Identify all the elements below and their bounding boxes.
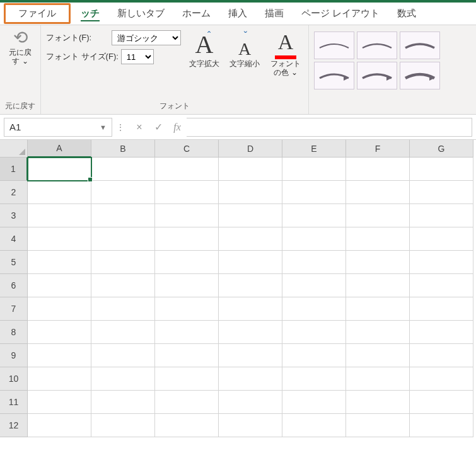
col-header-e[interactable]: E	[282, 140, 346, 158]
cell[interactable]	[91, 414, 155, 437]
cell[interactable]	[219, 274, 282, 297]
cell[interactable]	[282, 158, 346, 181]
cell[interactable]	[346, 391, 410, 414]
row-header[interactable]: 3	[0, 204, 28, 227]
cell[interactable]	[346, 297, 410, 321]
cell[interactable]	[28, 321, 91, 344]
cell[interactable]	[282, 321, 346, 344]
cell[interactable]	[219, 414, 282, 437]
cell[interactable]	[219, 297, 282, 321]
cell[interactable]	[410, 274, 473, 297]
cell[interactable]	[410, 344, 473, 367]
row-header[interactable]: 4	[0, 227, 28, 251]
cell[interactable]	[282, 204, 346, 227]
shrink-font-button[interactable]: A ˇ 文字縮小	[226, 30, 263, 68]
cell[interactable]	[91, 367, 155, 391]
cell[interactable]	[28, 181, 91, 204]
row-header[interactable]: 2	[0, 181, 28, 204]
cell[interactable]	[219, 158, 282, 181]
tab-formulas[interactable]: 数式	[388, 4, 425, 23]
row-header[interactable]: 8	[0, 321, 28, 344]
cell[interactable]	[155, 391, 219, 414]
col-header-f[interactable]: F	[346, 140, 410, 158]
row-header[interactable]: 9	[0, 344, 28, 367]
shape-option-1[interactable]	[314, 32, 354, 59]
cell[interactable]	[346, 321, 410, 344]
cell[interactable]	[282, 297, 346, 321]
row-header[interactable]: 5	[0, 251, 28, 274]
cell[interactable]	[219, 367, 282, 391]
cell[interactable]	[346, 414, 410, 437]
cell[interactable]	[28, 367, 91, 391]
cell[interactable]	[155, 297, 219, 321]
cell[interactable]	[346, 344, 410, 367]
cell[interactable]	[282, 391, 346, 414]
cell[interactable]	[282, 181, 346, 204]
cell[interactable]	[346, 204, 410, 227]
shape-option-4[interactable]	[314, 62, 354, 89]
cell[interactable]	[410, 414, 473, 437]
cell[interactable]	[155, 367, 219, 391]
cell[interactable]	[155, 274, 219, 297]
row-header[interactable]: 11	[0, 391, 28, 414]
font-name-select[interactable]: 游ゴシック	[112, 30, 181, 45]
cell[interactable]	[219, 204, 282, 227]
cell[interactable]	[91, 251, 155, 274]
tab-touch[interactable]: ッチ	[72, 4, 108, 23]
cell[interactable]	[155, 251, 219, 274]
cell[interactable]	[91, 204, 155, 227]
cell[interactable]	[28, 251, 91, 274]
cancel-formula-button[interactable]: ×	[130, 122, 149, 133]
select-all-corner[interactable]	[0, 140, 28, 158]
cell[interactable]	[282, 251, 346, 274]
col-header-b[interactable]: B	[91, 140, 155, 158]
cell[interactable]	[410, 227, 473, 251]
cell[interactable]	[28, 297, 91, 321]
shape-option-2[interactable]	[357, 32, 397, 59]
col-header-c[interactable]: C	[155, 140, 219, 158]
col-header-d[interactable]: D	[219, 140, 282, 158]
row-header[interactable]: 7	[0, 297, 28, 321]
cell[interactable]	[346, 274, 410, 297]
cell[interactable]	[219, 251, 282, 274]
cell[interactable]	[91, 321, 155, 344]
cell[interactable]	[282, 227, 346, 251]
name-box[interactable]: A1 ▼	[4, 118, 112, 137]
cell[interactable]	[155, 344, 219, 367]
cell[interactable]	[91, 344, 155, 367]
tab-new[interactable]: 新しいタブ	[108, 4, 173, 23]
row-header[interactable]: 12	[0, 414, 28, 437]
cell[interactable]	[155, 414, 219, 437]
undo-button[interactable]: ⟲ 元に戻 す ⌄	[9, 29, 32, 66]
cell[interactable]	[91, 274, 155, 297]
cell[interactable]	[91, 297, 155, 321]
cell[interactable]	[282, 344, 346, 367]
cell[interactable]	[346, 181, 410, 204]
cell[interactable]	[410, 297, 473, 321]
cell[interactable]	[28, 158, 91, 181]
tab-draw[interactable]: 描画	[256, 4, 293, 23]
row-header[interactable]: 6	[0, 274, 28, 297]
tab-file[interactable]: ファイル	[4, 3, 71, 24]
cell[interactable]	[346, 158, 410, 181]
row-header[interactable]: 10	[0, 367, 28, 391]
cell[interactable]	[282, 414, 346, 437]
cell[interactable]	[346, 227, 410, 251]
cell[interactable]	[91, 391, 155, 414]
font-color-button[interactable]: A フォント の色 ⌄	[268, 29, 303, 77]
cell[interactable]	[282, 274, 346, 297]
confirm-formula-button[interactable]: ✓	[149, 121, 168, 133]
cell[interactable]	[219, 227, 282, 251]
cell[interactable]	[410, 391, 473, 414]
cell[interactable]	[28, 391, 91, 414]
cell[interactable]	[410, 204, 473, 227]
cell[interactable]	[155, 181, 219, 204]
cell[interactable]	[155, 227, 219, 251]
cell[interactable]	[410, 251, 473, 274]
cell[interactable]	[410, 367, 473, 391]
tab-home[interactable]: ホーム	[173, 4, 219, 23]
font-size-select[interactable]: 11	[121, 49, 154, 64]
cell[interactable]	[410, 181, 473, 204]
cell[interactable]	[155, 204, 219, 227]
cell[interactable]	[410, 321, 473, 344]
